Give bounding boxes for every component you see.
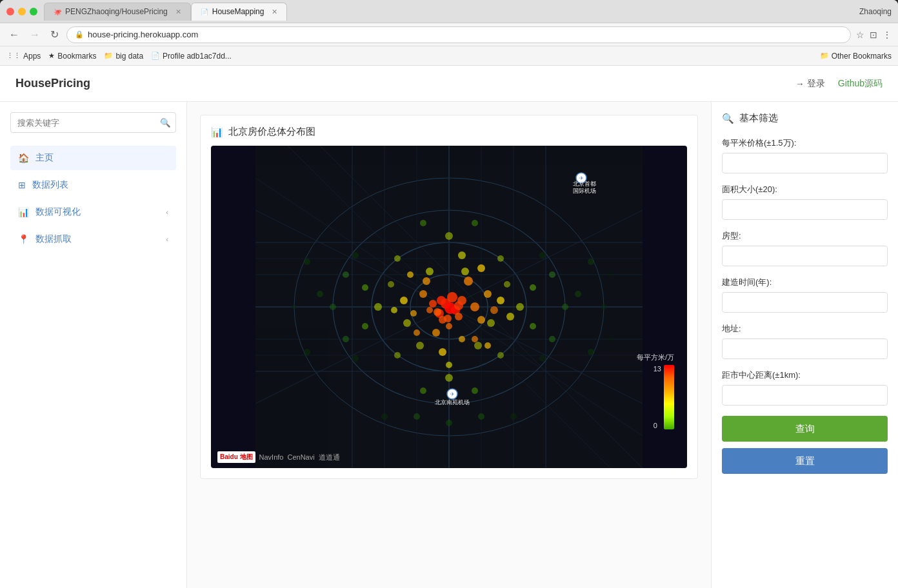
cast-button[interactable]: ⊡	[870, 30, 877, 40]
svg-point-107	[539, 252, 546, 259]
svg-point-100	[381, 413, 388, 420]
minimize-button[interactable]	[18, 8, 26, 15]
browser-user: Zhaoqing	[859, 7, 892, 16]
login-button[interactable]: → 登录	[795, 78, 825, 90]
app-logo: HousePricing	[15, 77, 795, 90]
dataviz-label: 数据可视化	[35, 206, 159, 218]
svg-point-93	[454, 301, 463, 310]
search-button[interactable]: 🔍	[155, 112, 176, 133]
filter-address: 地址:	[722, 323, 888, 359]
svg-point-78	[414, 413, 420, 420]
address-input[interactable]: 🔒 house-pricing.herokuapp.com	[66, 26, 851, 43]
svg-point-85	[403, 319, 411, 327]
menu-button[interactable]: ⋮	[883, 30, 892, 40]
address-filter-input[interactable]	[722, 338, 888, 359]
reload-button[interactable]: ↻	[48, 27, 61, 42]
tab-bar: 🐙 PENGZhaoqing/HousePricing ✕ 📄 HouseMap…	[44, 3, 859, 21]
svg-point-97	[304, 259, 310, 265]
svg-point-70	[420, 220, 426, 226]
svg-point-75	[343, 336, 349, 342]
svg-point-72	[549, 271, 555, 278]
filter-price: 每平米价格(±1.5万):	[722, 137, 888, 173]
svg-point-62	[394, 352, 401, 358]
sidebar-item-home[interactable]: 🏠 主页	[10, 146, 176, 170]
datalist-label: 数据列表	[32, 179, 168, 191]
svg-point-40	[459, 336, 465, 342]
navinfo-attr: NavInfo	[259, 453, 284, 461]
sidebar: 🔍 🏠 主页 ⊞ 数据列表 📊 数据可视化 ‹	[0, 102, 187, 588]
svg-point-68	[420, 387, 426, 394]
tab-housemapping-close[interactable]: ✕	[272, 8, 277, 16]
bookmark-bigdata[interactable]: 📁 big data	[104, 52, 143, 61]
svg-point-101	[510, 413, 517, 420]
bookmark-apps[interactable]: ⋮⋮ Apps	[6, 52, 41, 61]
bookmark-profile[interactable]: 📄 Profile adb1ac7dd...	[151, 52, 232, 61]
svg-point-61	[497, 255, 504, 262]
reset-button[interactable]: 重置	[722, 448, 888, 474]
svg-point-76	[562, 304, 568, 310]
map-title: 📊 北京房价总体分布图	[211, 126, 687, 138]
sidebar-item-dataviz[interactable]: 📊 数据可视化 ‹	[10, 200, 176, 224]
address-label: 地址:	[722, 323, 888, 335]
baidu-red: du	[230, 453, 238, 460]
legend-max: 13	[654, 365, 661, 373]
svg-point-98	[588, 349, 594, 355]
close-button[interactable]	[6, 8, 14, 15]
distance-input[interactable]	[722, 385, 888, 406]
year-input[interactable]	[722, 292, 888, 313]
svg-point-49	[477, 264, 485, 272]
price-input[interactable]	[722, 153, 888, 173]
baidu-text: Bai	[220, 453, 230, 460]
svg-point-80	[446, 420, 452, 426]
query-button[interactable]: 查询	[722, 416, 888, 442]
back-button[interactable]: ←	[6, 28, 22, 42]
svg-point-37	[432, 329, 440, 337]
github-label: Github源码	[838, 78, 883, 88]
svg-text:北京首都: 北京首都	[573, 181, 596, 187]
dataviz-arrow: ‹	[166, 208, 168, 216]
chart-icon: 📊	[18, 207, 29, 217]
tab-github-favicon: 🐙	[54, 8, 61, 15]
svg-point-87	[416, 342, 424, 349]
tab-github[interactable]: 🐙 PENGZhaoqing/HousePricing ✕	[44, 3, 191, 21]
baidu-map: 地图	[240, 453, 253, 460]
area-input[interactable]	[722, 199, 888, 220]
svg-point-77	[330, 304, 336, 310]
app-header: HousePricing → 登录 Github源码	[0, 66, 898, 102]
bookmark-other[interactable]: 📁 Other Bookmarks	[820, 52, 892, 61]
svg-point-65	[362, 284, 368, 291]
folder-other-icon: 📁	[820, 52, 829, 60]
svg-point-38	[477, 316, 485, 324]
login-icon: →	[795, 79, 804, 89]
housetype-input[interactable]	[722, 246, 888, 266]
svg-point-88	[474, 342, 482, 349]
svg-point-59	[445, 232, 453, 240]
bookmark-bookmarks[interactable]: ★ Bookmarks	[48, 52, 96, 61]
filter-icon: 🔍	[722, 113, 734, 124]
pin-icon: 📍	[18, 234, 29, 244]
svg-point-51	[484, 342, 491, 349]
sidebar-item-datalist[interactable]: ⊞ 数据列表	[10, 173, 176, 197]
maximize-button[interactable]	[30, 8, 37, 15]
svg-point-89	[504, 281, 510, 288]
svg-point-50	[407, 271, 414, 278]
svg-point-90	[388, 281, 394, 288]
svg-point-52	[506, 313, 514, 320]
search-input[interactable]	[10, 112, 155, 133]
bookmark-star-button[interactable]: ☆	[856, 30, 864, 40]
github-link[interactable]: Github源码	[838, 78, 883, 90]
tab-github-label: PENGZhaoqing/HousePricing	[65, 7, 168, 16]
tab-housemapping-favicon: 📄	[201, 8, 208, 15]
tab-github-close[interactable]: ✕	[175, 8, 181, 16]
forward-button[interactable]: →	[27, 28, 43, 42]
filter-distance: 距市中心距离(±1km):	[722, 369, 888, 406]
bigdata-label: big data	[115, 52, 143, 61]
tab-housemapping[interactable]: 📄 HouseMapping ✕	[191, 3, 288, 21]
map-container[interactable]: ✈ 北京首都 国际机场 ✈ 北京南苑机场	[211, 146, 687, 468]
sidebar-item-datacrawl[interactable]: 📍 数据抓取 ‹	[10, 227, 176, 251]
svg-point-81	[575, 291, 581, 297]
legend-min: 0	[654, 422, 661, 429]
filter-panel: 🔍 基本筛选 每平米价格(±1.5万): 面积大小(±20): 房型: 建造时间	[711, 102, 898, 588]
svg-text:国际机场: 国际机场	[573, 188, 596, 194]
folder-icon: 📁	[104, 52, 113, 60]
